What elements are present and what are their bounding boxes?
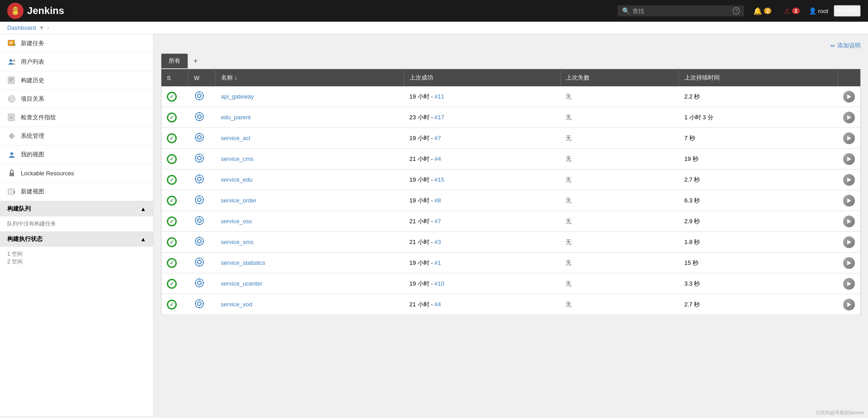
breadcrumb-dashboard[interactable]: Dashboard (7, 24, 36, 31)
svg-point-83 (198, 260, 201, 264)
run-button[interactable] (843, 236, 855, 248)
header: Jenkins 🔍 ? 🔔 2 ⚠ 2 👤 root ↩ 注销 (0, 0, 868, 22)
table-row: ✓ service_oss21 小时 - #7无2.9 秒 (161, 211, 861, 232)
success-link[interactable]: #17 (434, 114, 444, 121)
sidebar-item-new-task[interactable]: 新建任务 (0, 34, 153, 53)
job-link[interactable]: service_order (221, 197, 257, 204)
status-ok-icon: ✓ (167, 133, 177, 143)
sidebar-item-system-admin[interactable]: 系统管理 (0, 127, 153, 146)
success-time: 23 小时 - (409, 114, 434, 121)
sidebar-item-my-view[interactable]: 我的视图 (0, 146, 153, 164)
weather-icon (194, 111, 205, 122)
job-link[interactable]: service_oss (221, 218, 252, 225)
success-link[interactable]: #4 (434, 155, 441, 162)
cell-last-fail: 无 (560, 86, 679, 107)
run-button[interactable] (843, 174, 855, 186)
run-button[interactable] (843, 112, 855, 123)
success-time: 21 小时 - (409, 218, 434, 225)
table-row: ✓ service_vod21 小时 - #4无2.7 秒 (161, 294, 861, 315)
sidebar-item-user-list[interactable]: 用户列表 (0, 53, 153, 71)
sidebar-label-user-list: 用户列表 (21, 58, 44, 66)
job-link[interactable]: api_gateway (221, 93, 254, 100)
success-time: 19 小时 - (409, 259, 434, 266)
sidebar-item-new-view[interactable]: 新建视图 (0, 183, 153, 201)
svg-marker-33 (847, 94, 851, 99)
job-link[interactable]: service_ucenter (221, 280, 263, 287)
success-time: 19 小时 - (409, 280, 434, 287)
job-link[interactable]: edu_parent (221, 114, 251, 121)
sidebar-item-check-fingerprint[interactable]: 检查文件指纹 (0, 108, 153, 127)
tab-add-button[interactable]: + (188, 54, 203, 68)
success-link[interactable]: #4 (434, 301, 441, 308)
svg-rect-24 (8, 189, 14, 194)
status-ok-icon: ✓ (167, 175, 177, 185)
sidebar-label-project-relations: 项目关系 (21, 95, 44, 103)
cell-action (838, 273, 861, 294)
run-button[interactable] (843, 299, 855, 310)
job-link[interactable]: service_vod (221, 301, 252, 308)
fail-text: 无 (566, 239, 571, 245)
cell-status: ✓ (161, 232, 189, 253)
breadcrumb-separator: ▼ (39, 24, 45, 31)
run-button[interactable] (843, 278, 855, 290)
build-history-icon (7, 76, 16, 85)
success-link[interactable]: #1 (434, 259, 441, 266)
cell-name: api_gateway (216, 86, 404, 107)
cell-weather (189, 128, 216, 149)
run-button[interactable] (843, 216, 855, 227)
job-link[interactable]: service_edu (221, 176, 253, 183)
tab-all[interactable]: 所有 (161, 53, 188, 69)
success-link[interactable]: #10 (434, 280, 444, 287)
svg-point-76 (198, 240, 201, 243)
build-queue-header[interactable]: 构建队列 ▲ (0, 201, 153, 216)
table-row: ✓ edu_parent23 小时 - #17无1 小时 3 分 (161, 107, 861, 128)
job-link[interactable]: service_acl (221, 135, 250, 141)
weather-icon (194, 194, 205, 205)
cell-action (838, 86, 861, 107)
help-icon[interactable]: ? (733, 7, 740, 14)
cell-action (838, 294, 861, 315)
success-link[interactable]: #3 (434, 239, 441, 245)
success-link[interactable]: #8 (434, 197, 441, 204)
sidebar-item-build-history[interactable]: 构建历史 (0, 71, 153, 90)
job-link[interactable]: service_statistics (221, 259, 265, 266)
svg-marker-75 (847, 219, 851, 224)
svg-point-21 (9, 133, 14, 139)
status-ok-icon: ✓ (167, 279, 177, 289)
search-input[interactable] (632, 8, 730, 14)
sidebar-item-project-relations[interactable]: 项目关系 (0, 90, 153, 108)
success-link[interactable]: #7 (434, 218, 441, 225)
add-description-link[interactable]: ✏ 添加说明 (830, 42, 861, 50)
status-ok-icon: ✓ (167, 216, 177, 226)
job-link[interactable]: service_cms (221, 155, 254, 162)
alerts-button[interactable]: ⚠ 2 (780, 5, 803, 17)
job-link[interactable]: service_sms (221, 239, 254, 245)
notifications-button[interactable]: 🔔 2 (750, 5, 775, 17)
logo[interactable]: Jenkins (7, 3, 64, 19)
svg-marker-96 (847, 282, 851, 286)
success-link[interactable]: #7 (434, 135, 441, 141)
svg-marker-103 (847, 302, 851, 307)
breadcrumb-arrow: › (47, 24, 49, 31)
build-executor-content: 1 空闲 2 空闲 (0, 247, 153, 269)
success-link[interactable]: #11 (434, 93, 444, 100)
executor-1: 1 空闲 (7, 250, 146, 258)
col-last-fail: 上次失败 (560, 69, 679, 87)
main-layout: 新建任务 用户列表 构建历史 项目关系 检查文件指纹 (0, 34, 868, 416)
search-icon: 🔍 (622, 7, 630, 14)
svg-point-69 (198, 219, 201, 222)
svg-point-90 (198, 281, 201, 285)
fail-text: 无 (566, 176, 571, 183)
svg-point-19 (10, 116, 12, 118)
build-executor-header[interactable]: 构建执行状态 ▲ (0, 231, 153, 247)
svg-point-63 (195, 196, 203, 204)
sidebar-item-lockable-resources[interactable]: Lockable Resources (0, 164, 153, 183)
logout-button[interactable]: ↩ 注销 (834, 5, 861, 17)
run-button[interactable] (843, 91, 855, 103)
run-button[interactable] (843, 132, 855, 144)
cell-status: ✓ (161, 211, 189, 232)
run-button[interactable] (843, 257, 855, 269)
run-button[interactable] (843, 153, 855, 165)
run-button[interactable] (843, 195, 855, 207)
success-link[interactable]: #15 (434, 176, 444, 183)
